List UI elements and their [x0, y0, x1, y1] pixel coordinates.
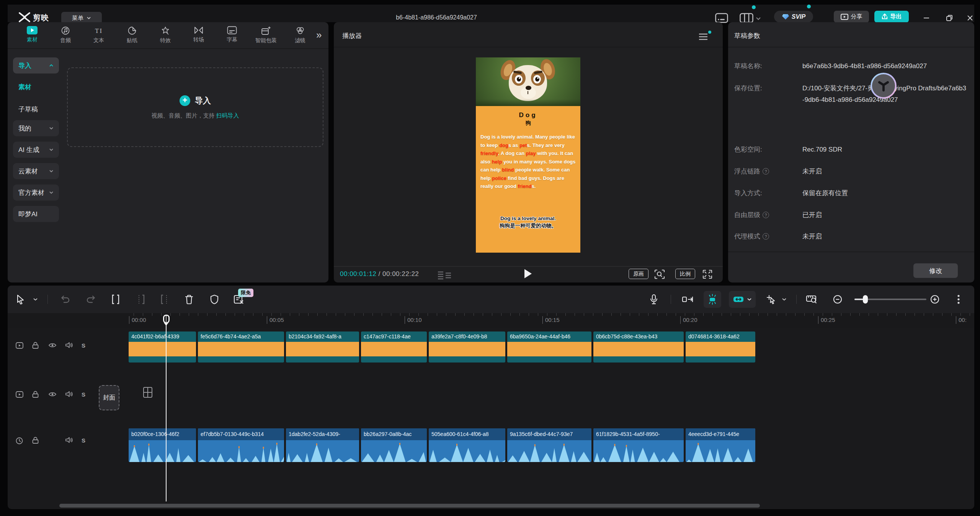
sidebar-item-即梦AI[interactable]: 即梦AI: [13, 206, 59, 222]
layout-chevron-down-icon[interactable]: [756, 17, 761, 20]
tab-智能包装[interactable]: 智能包装: [255, 26, 277, 47]
split-clip-button[interactable]: [109, 293, 122, 305]
video-clip[interactable]: 4c041f02-b6af-4339: [129, 331, 196, 363]
record-voiceover-icon[interactable]: [648, 293, 660, 305]
eye-icon[interactable]: [49, 343, 56, 348]
filmstrip-icon[interactable]: [142, 387, 153, 398]
original-quality-button[interactable]: 原画: [629, 269, 648, 279]
sidebar-item-官方素材[interactable]: 官方素材: [13, 185, 59, 201]
redo-button[interactable]: [85, 293, 97, 305]
lock-icon[interactable]: [32, 391, 39, 398]
audio-clip[interactable]: 9a135c6f-dbed-44c7-93e7: [507, 428, 591, 462]
playhead-line[interactable]: [166, 315, 167, 501]
delete-button[interactable]: [183, 293, 195, 305]
lock-icon[interactable]: [32, 437, 39, 444]
cover-button[interactable]: 封面: [99, 385, 119, 410]
undo-button[interactable]: [59, 293, 71, 305]
auto-snap-toggle[interactable]: [704, 291, 721, 308]
audio-clip[interactable]: b020f0ce-1306-46f2: [129, 428, 196, 462]
audio-clip[interactable]: ef7db5b7-0130-449c-b314: [198, 428, 284, 462]
solo-track-button[interactable]: S: [82, 342, 85, 349]
tab-贴纸[interactable]: 贴纸: [122, 26, 142, 47]
video-clip[interactable]: 6ba9650a-24ae-44af-b46: [507, 331, 591, 363]
solo-track-button[interactable]: S: [82, 437, 85, 444]
audio-clip[interactable]: bb26a297-0a8b-4ac: [361, 428, 427, 462]
lock-icon[interactable]: [32, 342, 39, 349]
tab-特效[interactable]: 特效: [155, 26, 175, 47]
speaker-icon[interactable]: [65, 342, 73, 348]
horizontal-scrollbar[interactable]: [59, 504, 760, 508]
focus-zoom-icon[interactable]: [654, 269, 665, 279]
tabs-expand-button[interactable]: »: [316, 29, 320, 41]
speaker-icon[interactable]: [65, 391, 73, 397]
tab-素材[interactable]: 素材: [22, 26, 42, 47]
speaker-icon[interactable]: [65, 437, 73, 443]
sidebar-item-导入[interactable]: 导入: [13, 57, 59, 73]
select-tool-chevron-icon[interactable]: [31, 293, 39, 305]
sidebar-item-素材[interactable]: 素材: [13, 79, 59, 95]
export-button[interactable]: 导出: [874, 11, 909, 23]
delete-left-button[interactable]: [135, 293, 147, 305]
qr-import-link[interactable]: 扫码导入: [216, 112, 239, 119]
cursor-mode-button[interactable]: [763, 293, 779, 305]
audio-waveform: [429, 440, 505, 462]
tab-文本[interactable]: TI文本: [89, 26, 109, 47]
fit-timeline-icon[interactable]: [805, 293, 818, 305]
svip-button[interactable]: SVIP: [774, 11, 813, 23]
close-button[interactable]: [965, 13, 975, 23]
tab-滤镜[interactable]: 滤镜: [290, 26, 310, 47]
help-icon[interactable]: ?: [763, 212, 769, 218]
frames-grid-icon[interactable]: [438, 271, 452, 280]
video-clip[interactable]: b2104c34-fa92-4af8-a: [286, 331, 359, 363]
zoom-slider-handle[interactable]: [863, 295, 868, 304]
zoom-in-button[interactable]: [929, 293, 941, 305]
cursor-mode-chevron-icon[interactable]: [780, 293, 788, 305]
tab-转场[interactable]: 转场: [189, 26, 209, 47]
sidebar-item-AI 生成[interactable]: AI 生成: [13, 142, 59, 158]
fullscreen-icon[interactable]: [702, 269, 713, 279]
tab-音频[interactable]: 音频: [56, 26, 75, 47]
layout-panels-icon[interactable]: [740, 13, 753, 23]
eye-icon[interactable]: [49, 392, 56, 397]
select-tool-button[interactable]: [15, 293, 27, 305]
mask-shield-button[interactable]: [208, 293, 220, 305]
audio-clip[interactable]: 505ea600-61c4-4f06-a8: [429, 428, 505, 462]
import-dropzone[interactable]: + 导入 视频、音频、图片，支持 扫码导入: [67, 67, 323, 147]
audio-clip[interactable]: 1dab2fe2-52da-4309-: [286, 428, 359, 462]
ruler-tick: [556, 313, 557, 316]
tab-字幕[interactable]: 字幕: [222, 26, 242, 47]
maximize-button[interactable]: [945, 13, 954, 23]
sidebar-item-我的[interactable]: 我的: [13, 120, 59, 136]
help-icon[interactable]: ?: [763, 168, 769, 175]
preview-axis-icon[interactable]: [681, 293, 694, 305]
solo-track-button[interactable]: S: [82, 391, 85, 398]
zoom-out-button[interactable]: [831, 293, 844, 305]
delete-right-button[interactable]: [158, 293, 171, 305]
video-preview-canvas[interactable]: Dog 狗 Dog is a lovely animal. Many peopl…: [476, 57, 580, 253]
share-button[interactable]: 分享: [834, 11, 869, 23]
player-menu-icon[interactable]: [698, 33, 708, 41]
more-options-button[interactable]: [952, 293, 965, 305]
video-clip[interactable]: d0746814-3618-4a62: [686, 331, 755, 363]
video-clip[interactable]: fe5c6d76-4b74-4ae2-a5a: [198, 331, 284, 363]
play-button[interactable]: [524, 269, 532, 279]
playhead-handle[interactable]: [163, 315, 170, 323]
modify-button[interactable]: 修改: [913, 263, 958, 278]
sidebar-item-子草稿[interactable]: 子草稿: [13, 101, 59, 117]
video-clip[interactable]: 0b6cb75d-c88e-43ea-b43: [593, 331, 684, 363]
video-clip[interactable]: c147ac97-c118-4ae: [361, 331, 427, 363]
ruler-tick: [823, 313, 823, 316]
ruler-tick: [960, 313, 961, 316]
timeline-ruler[interactable]: 00:0000:0500:1000:1500:2000:2500:: [8, 313, 974, 328]
subtitle-layout-icon[interactable]: [715, 13, 728, 23]
minimize-button[interactable]: [922, 13, 931, 23]
audio-clip[interactable]: 61f1829b-4531-4a5f-8950-: [593, 428, 684, 462]
sidebar-item-云素材[interactable]: 云素材: [13, 163, 59, 179]
sidebar-item-label: 云素材: [18, 167, 38, 176]
aspect-ratio-button[interactable]: 比例: [675, 269, 695, 279]
audio-clip[interactable]: 4eeecd3d-e791-445e: [686, 428, 755, 462]
assistant-floating-button[interactable]: [871, 73, 897, 99]
help-icon[interactable]: ?: [763, 233, 769, 240]
video-clip[interactable]: a39fe2a7-c8f0-4e09-b8: [429, 331, 505, 363]
link-preview-toggle[interactable]: [729, 291, 756, 308]
